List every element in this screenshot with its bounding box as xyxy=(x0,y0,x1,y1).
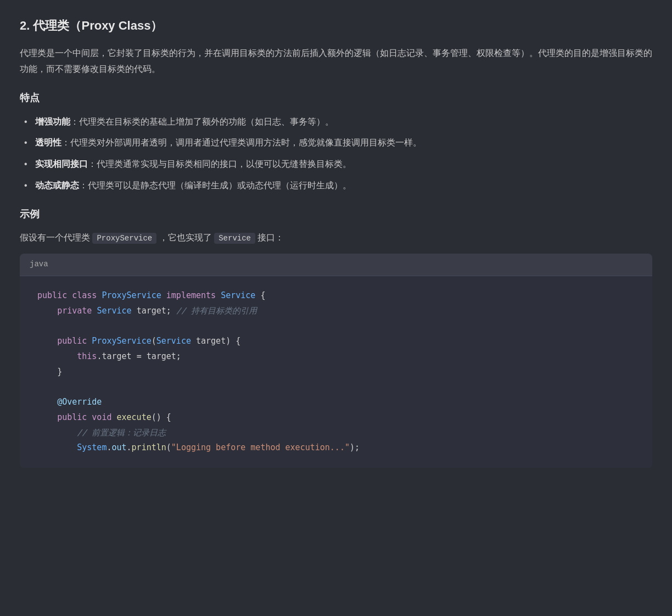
list-item: 实现相同接口：代理类通常实现与目标类相同的接口，以便可以无缝替换目标类。 xyxy=(24,156,652,172)
feature-text-3: ：代理类通常实现与目标类相同的接口，以便可以无缝替换目标类。 xyxy=(88,159,351,169)
feature-bold-2: 透明性 xyxy=(35,138,61,147)
code-pre: public class ProxyService implements Ser… xyxy=(37,288,635,456)
code-area: public class ProxyService implements Ser… xyxy=(20,276,652,468)
list-item: 透明性：代理类对外部调用者透明，调用者通过代理类调用方法时，感觉就像直接调用目标… xyxy=(24,135,652,151)
features-list: 增强功能：代理类在目标类的基础上增加了额外的功能（如日志、事务等）。 透明性：代… xyxy=(20,114,652,194)
example-intro-before: 假设有一个代理类 xyxy=(20,233,90,242)
code-lang-bar: java xyxy=(20,254,652,276)
feature-text-1: ：代理类在目标类的基础上增加了额外的功能（如日志、事务等）。 xyxy=(70,117,334,126)
code-block: java public class ProxyService implement… xyxy=(20,254,652,468)
code-language-label: java xyxy=(30,260,48,268)
example-intro: 假设有一个代理类 ProxyService ，它也实现了 Service 接口： xyxy=(20,230,652,246)
section-description: 代理类是一个中间层，它封装了目标类的行为，并在调用目标类的方法前后插入额外的逻辑… xyxy=(20,46,652,77)
feature-text-2: ：代理类对外部调用者透明，调用者通过代理类调用方法时，感觉就像直接调用目标类一样… xyxy=(61,138,422,147)
service-inline-code: Service xyxy=(214,233,255,244)
feature-bold-1: 增强功能 xyxy=(35,117,70,126)
feature-bold-4: 动态或静态 xyxy=(35,181,79,190)
feature-text-4: ：代理类可以是静态代理（编译时生成）或动态代理（运行时生成）。 xyxy=(79,181,351,190)
list-item: 动态或静态：代理类可以是静态代理（编译时生成）或动态代理（运行时生成）。 xyxy=(24,178,652,194)
example-heading: 示例 xyxy=(20,206,652,223)
proxy-service-inline-code: ProxyService xyxy=(92,233,156,244)
features-heading: 特点 xyxy=(20,89,652,107)
feature-bold-3: 实现相同接口 xyxy=(35,159,88,169)
example-intro-after: 接口： xyxy=(257,233,284,242)
list-item: 增强功能：代理类在目标类的基础上增加了额外的功能（如日志、事务等）。 xyxy=(24,114,652,130)
section-heading: 2. 代理类（Proxy Class） xyxy=(20,15,652,36)
example-intro-middle: ，它也实现了 xyxy=(159,233,212,242)
